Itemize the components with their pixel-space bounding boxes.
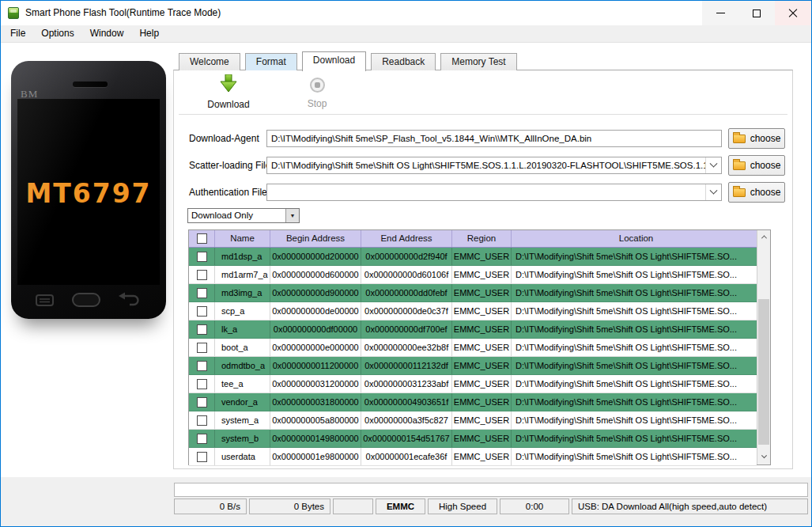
select-all-checkbox[interactable] bbox=[197, 233, 207, 244]
col-name[interactable]: Name bbox=[215, 230, 270, 247]
back-icon bbox=[117, 292, 142, 308]
status-bar: 0 B/s 0 Bytes EMMC High Speed 0:00 USB: … bbox=[174, 499, 808, 514]
title-bar[interactable]: Smart Phone Flash Tool(Runtime Trace Mod… bbox=[1, 1, 811, 25]
row-select-cell bbox=[189, 430, 215, 447]
begin-address: 0x0000000149800000 bbox=[270, 430, 361, 447]
begin-address: 0x00000001e9800000 bbox=[270, 448, 361, 465]
scatter-file-combobox[interactable]: D:\IT\Modifying\Shift 5me\Shift OS Light… bbox=[266, 157, 722, 174]
table-row[interactable]: md3img_a0x000000000d9000000x000000000dd0… bbox=[189, 284, 757, 302]
usb-status: USB: DA Download All(high speed,auto det… bbox=[572, 499, 808, 514]
app-icon bbox=[8, 7, 19, 19]
download-mode-value: Download Only bbox=[188, 209, 285, 222]
scatter-file-choose-button[interactable]: choose bbox=[728, 155, 785, 176]
menu-help[interactable]: Help bbox=[131, 25, 167, 42]
tab-format[interactable]: Format bbox=[245, 53, 297, 70]
menu-window[interactable]: Window bbox=[82, 25, 132, 42]
location: D:\IT\Modifying\Shift 5me\Shift OS Light… bbox=[512, 266, 757, 283]
tab-download[interactable]: Download bbox=[302, 51, 366, 71]
chevron-down-icon bbox=[710, 159, 718, 167]
minimize-button[interactable] bbox=[702, 1, 738, 25]
partition-name: md1dsp_a bbox=[215, 248, 270, 265]
table-row[interactable]: tee_a0x00000000312000000x0000000031233ab… bbox=[189, 375, 757, 393]
table-row[interactable]: userdata0x00000001e98000000x00000001ecaf… bbox=[189, 448, 757, 466]
download-button[interactable]: Download bbox=[201, 74, 256, 110]
maximize-icon bbox=[753, 9, 761, 17]
tab-memory-test[interactable]: Memory Test bbox=[440, 53, 516, 70]
partition-name: system_b bbox=[215, 430, 270, 447]
col-end-address[interactable]: End Address bbox=[361, 230, 452, 247]
footer: 0 B/s 0 Bytes EMMC High Speed 0:00 USB: … bbox=[1, 477, 811, 526]
menu-file[interactable]: File bbox=[2, 25, 33, 42]
home-icon bbox=[71, 292, 101, 308]
chevron-down-icon bbox=[710, 186, 718, 194]
download-agent-input[interactable] bbox=[266, 130, 722, 147]
end-address: 0x000000000d60106f bbox=[361, 266, 452, 283]
row-checkbox[interactable] bbox=[197, 324, 207, 335]
region: EMMC_USER bbox=[452, 320, 512, 338]
scrollbar-thumb[interactable] bbox=[758, 299, 769, 445]
download-button-label: Download bbox=[201, 99, 256, 110]
choose-button-label: choose bbox=[750, 187, 781, 198]
row-select-cell bbox=[189, 284, 215, 301]
table-row[interactable]: md1dsp_a0x000000000d2000000x000000000d2f… bbox=[189, 248, 757, 266]
row-checkbox[interactable] bbox=[197, 270, 207, 280]
partition-name: userdata bbox=[215, 448, 270, 465]
scroll-down-button[interactable] bbox=[757, 451, 770, 464]
end-address: 0x000000000d2f940f bbox=[361, 248, 452, 265]
end-address: 0x00000001ecafe36f bbox=[361, 448, 452, 465]
table-row[interactable]: md1arm7_a0x000000000d6000000x000000000d6… bbox=[189, 266, 757, 284]
folder-icon bbox=[733, 135, 746, 143]
row-checkbox[interactable] bbox=[197, 343, 207, 353]
elapsed-time: 0:00 bbox=[500, 499, 569, 514]
chevron-up-icon bbox=[761, 235, 766, 241]
col-begin-address[interactable]: Begin Address bbox=[270, 230, 361, 247]
table-row[interactable]: odmdtbo_a0x00000000112000000x00000000112… bbox=[189, 357, 757, 375]
row-checkbox[interactable] bbox=[197, 252, 207, 262]
row-checkbox[interactable] bbox=[197, 397, 207, 408]
maximize-button[interactable] bbox=[738, 1, 775, 25]
tab-readback[interactable]: Readback bbox=[371, 53, 436, 70]
row-checkbox[interactable] bbox=[197, 306, 207, 317]
auth-file-choose-button[interactable]: choose bbox=[728, 182, 785, 203]
region: EMMC_USER bbox=[452, 248, 512, 265]
table-row[interactable]: vendor_a0x00000000318000000x000000004903… bbox=[189, 393, 757, 411]
table-row[interactable]: lk_a0x000000000df000000x000000000df700ef… bbox=[189, 320, 757, 339]
location: D:\IT\Modifying\Shift 5me\Shift OS Light… bbox=[512, 411, 757, 429]
row-checkbox[interactable] bbox=[197, 288, 207, 298]
row-checkbox[interactable] bbox=[197, 361, 207, 371]
partition-name: lk_a bbox=[215, 320, 270, 338]
begin-address: 0x000000000d600000 bbox=[270, 266, 361, 283]
begin-address: 0x000000000d200000 bbox=[270, 248, 361, 265]
partition-table: Name Begin Address End Address Region Lo… bbox=[188, 229, 771, 465]
row-checkbox[interactable] bbox=[197, 415, 207, 426]
table-scrollbar[interactable] bbox=[757, 230, 770, 464]
phone-speaker bbox=[73, 82, 108, 87]
row-checkbox[interactable] bbox=[197, 434, 207, 444]
row-checkbox[interactable] bbox=[197, 452, 207, 462]
location: D:\IT\Modifying\Shift 5me\Shift OS Light… bbox=[512, 430, 757, 447]
partition-name: md3img_a bbox=[215, 284, 270, 301]
col-location[interactable]: Location bbox=[512, 230, 757, 247]
combo-dropdown-button[interactable] bbox=[705, 157, 721, 173]
partition-table-body: md1dsp_a0x000000000d2000000x000000000d2f… bbox=[189, 248, 757, 466]
table-row[interactable]: scp_a0x000000000de000000x000000000de0c37… bbox=[189, 302, 757, 320]
col-region[interactable]: Region bbox=[452, 230, 512, 247]
table-row[interactable]: boot_a0x000000000e0000000x000000000ee32b… bbox=[189, 339, 757, 357]
window-title: Smart Phone Flash Tool(Runtime Trace Mod… bbox=[25, 7, 221, 18]
row-select-cell bbox=[189, 448, 215, 465]
scroll-up-button[interactable] bbox=[757, 230, 770, 244]
download-agent-choose-button[interactable]: choose bbox=[728, 128, 785, 149]
table-row[interactable]: system_b0x00000001498000000x0000000154d5… bbox=[189, 430, 757, 448]
combo-dropdown-button[interactable] bbox=[705, 184, 721, 200]
stop-button[interactable]: Stop bbox=[289, 74, 345, 109]
menu-options[interactable]: Options bbox=[33, 25, 81, 42]
tab-welcome[interactable]: Welcome bbox=[179, 53, 240, 70]
location: D:\IT\Modifying\Shift 5me\Shift OS Light… bbox=[512, 284, 757, 301]
auth-file-combobox[interactable] bbox=[266, 184, 722, 201]
download-mode-select[interactable]: Download Only ▼ bbox=[187, 208, 300, 223]
begin-address: 0x0000000031200000 bbox=[270, 375, 361, 392]
table-row[interactable]: system_a0x000000005a8000000x00000000a3f5… bbox=[189, 411, 757, 430]
row-checkbox[interactable] bbox=[197, 379, 207, 389]
select-dropdown-button[interactable]: ▼ bbox=[285, 209, 299, 222]
close-button[interactable] bbox=[775, 1, 811, 25]
